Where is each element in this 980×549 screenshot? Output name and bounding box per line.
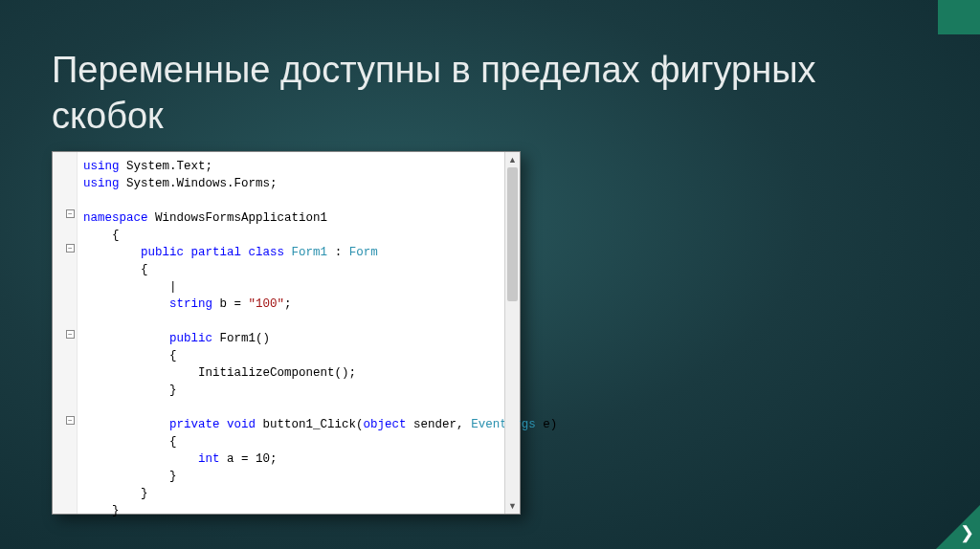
code-line: − public Form1() — [83, 330, 520, 347]
scroll-down-icon[interactable]: ▼ — [505, 498, 520, 514]
code-line — [83, 399, 520, 416]
code-text — [83, 315, 141, 328]
fold-toggle-icon[interactable]: − — [66, 330, 75, 339]
code-line: { — [83, 433, 520, 450]
code-line: −namespace WindowsFormsApplication1 — [83, 209, 520, 227]
code-line: } — [83, 485, 520, 502]
fold-toggle-icon[interactable]: − — [66, 244, 75, 253]
code-line: | — [83, 278, 520, 296]
code-text: } — [83, 487, 148, 500]
code-text: | — [83, 280, 177, 294]
code-line: { — [83, 261, 520, 278]
code-line: } — [83, 502, 520, 519]
code-text: int a = 10; — [83, 452, 278, 466]
scroll-thumb[interactable] — [507, 167, 518, 301]
code-text: using System.Text; — [83, 160, 212, 173]
code-text: public partial class Form1 : Form — [83, 246, 378, 259]
code-text: } — [83, 384, 177, 397]
code-text: namespace WindowsFormsApplication1 — [83, 211, 327, 225]
code-line: using System.Text; — [83, 158, 520, 175]
code-text: using System.Windows.Forms; — [83, 177, 278, 190]
code-line: int a = 10; — [83, 450, 520, 468]
code-text: } — [83, 504, 120, 517]
code-line — [83, 313, 520, 330]
code-line: } — [83, 468, 520, 485]
scroll-up-icon[interactable]: ▲ — [505, 152, 520, 167]
code-text: } — [83, 470, 177, 483]
code-line: InitializeComponent(); — [83, 364, 520, 382]
code-editor-window: using System.Text;using System.Windows.F… — [52, 151, 521, 515]
slide-title: Переменные доступны в пределах фигурных … — [52, 48, 928, 139]
chevron-right-icon[interactable]: ❯ — [960, 524, 974, 541]
code-text: { — [83, 349, 177, 362]
code-line: { — [83, 227, 520, 244]
accent-bar — [938, 0, 980, 34]
code-text — [83, 401, 141, 414]
code-text: { — [83, 263, 148, 276]
code-text: string b = "100"; — [83, 297, 292, 311]
fold-toggle-icon[interactable]: − — [66, 209, 75, 218]
code-line: − public partial class Form1 : Form — [83, 244, 520, 261]
code-line: using System.Windows.Forms; — [83, 175, 520, 192]
code-line: − private void button1_Click(object send… — [83, 416, 520, 433]
fold-toggle-icon[interactable]: − — [66, 416, 75, 425]
code-line — [83, 192, 520, 209]
code-line: { — [83, 347, 520, 364]
vertical-scrollbar[interactable]: ▲ ▼ — [504, 152, 520, 514]
code-text: { — [83, 229, 120, 242]
code-text: InitializeComponent(); — [83, 366, 356, 380]
code-text: public Form1() — [83, 332, 270, 345]
code-line: string b = "100"; — [83, 296, 520, 313]
code-line: } — [83, 382, 520, 399]
code-text: private void button1_Click(object sender… — [83, 418, 557, 431]
code-content[interactable]: using System.Text;using System.Windows.F… — [53, 152, 520, 525]
code-text: { — [83, 435, 177, 449]
